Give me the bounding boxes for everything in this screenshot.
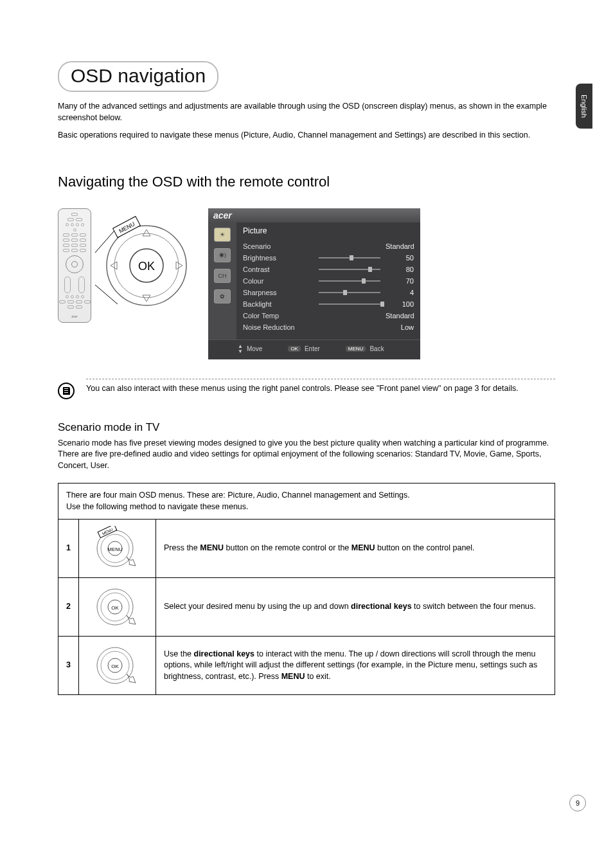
picture-icon: ☀ [214, 228, 231, 242]
page-title-chip: OSD navigation [58, 61, 218, 92]
table-row: 1 MENU MENU Press the MENU button on the… [58, 520, 555, 578]
remote-illustration: acer OK MENU [58, 208, 191, 323]
osd-row-label: Scenario [243, 242, 314, 250]
note-row: You can also interact with these menus u… [58, 379, 555, 399]
svg-rect-11 [64, 390, 68, 391]
note-text: You can also interact with these menus u… [86, 383, 555, 395]
svg-marker-8 [176, 262, 182, 269]
osd-row: Colour70 [243, 275, 414, 287]
osd-row: Contrast80 [243, 264, 414, 275]
svg-marker-7 [111, 262, 117, 269]
osd-slider [319, 257, 380, 258]
step-description: Select your desired menu by using the up… [155, 578, 555, 637]
osd-footer: ▲▼ Move OK Enter MENU Back [208, 339, 420, 359]
step-number: 2 [58, 578, 79, 637]
svg-marker-6 [143, 295, 150, 302]
osd-row: Brightness50 [243, 252, 414, 264]
footer-enter: Enter [305, 345, 320, 352]
page-title: OSD navigation [71, 65, 206, 86]
svg-rect-10 [64, 388, 68, 389]
remote-body: acer [58, 208, 91, 323]
page-number: 9 [569, 795, 586, 811]
remote-nav-ring [66, 255, 84, 273]
updown-icon: ▲▼ [238, 344, 243, 354]
osd-row-label: Contrast [243, 266, 314, 273]
osd-row-label: Backlight [243, 300, 314, 308]
step-description: Use the directional keys to interact wit… [155, 637, 555, 695]
scenario-heading: Scenario mode in TV [58, 421, 555, 434]
osd-row: Color TempStandard [243, 310, 414, 321]
osd-row-value: 80 [386, 266, 414, 273]
step-number: 1 [58, 520, 79, 578]
note-icon [58, 383, 75, 399]
osd-row: ScenarioStandard [243, 240, 414, 252]
ok-label: OK [138, 260, 155, 273]
osd-row-value: Standard [386, 312, 414, 320]
osd-row: Noise ReductionLow [243, 321, 414, 333]
osd-row-label: Brightness [243, 254, 314, 262]
osd-row: Sharpness4 [243, 287, 414, 298]
osd-row-value: 100 [386, 300, 414, 308]
ok-badge: OK [288, 346, 301, 352]
svg-rect-12 [64, 392, 68, 393]
osd-row-label: Colour [243, 277, 314, 285]
osd-row-value: Standard [386, 242, 414, 250]
step-illustration: MENU MENU [78, 520, 155, 578]
osd-brand: acer [208, 208, 420, 222]
svg-line-1 [95, 285, 118, 304]
table-row: 2 OK Select your desired menu by using t… [58, 578, 555, 637]
figure-row: acer OK MENU [58, 208, 555, 359]
svg-text:OK: OK [112, 605, 120, 611]
table-row: 3 OK Use the directional keys to interac… [58, 637, 555, 695]
channel-icon: CH [214, 269, 231, 283]
osd-slider [319, 269, 380, 270]
osd-settings-list: Picture ScenarioStandardBrightness50Cont… [236, 222, 420, 339]
remote-callout: OK MENU [95, 214, 191, 317]
svg-text:OK: OK [112, 664, 120, 669]
osd-row-value: Low [386, 323, 414, 331]
menu-badge: MENU [346, 346, 366, 352]
footer-back: Back [369, 345, 384, 352]
osd-row-label: Color Temp [243, 312, 314, 320]
table-intro: There are four main OSD menus. These are… [58, 484, 555, 520]
osd-slider [319, 292, 380, 293]
osd-row-label: Noise Reduction [243, 323, 314, 331]
volume-rocker [64, 276, 71, 293]
section-heading: Navigating the OSD with the remote contr… [58, 174, 555, 190]
step-number: 3 [58, 637, 79, 695]
intro-paragraph-1: Many of the advanced settings and adjust… [58, 101, 555, 123]
osd-slider [319, 280, 380, 282]
osd-icon-column: ☀ ◉⦆ CH ✿ [208, 222, 236, 339]
remote-brand: acer [71, 314, 78, 318]
settings-icon: ✿ [214, 289, 231, 303]
osd-row-value: 50 [386, 254, 414, 262]
language-label: English [580, 95, 588, 118]
osd-slider [319, 303, 380, 305]
intro-paragraph-2: Basic operations required to navigate th… [58, 130, 555, 141]
step-illustration: OK [78, 578, 155, 637]
step-description: Press the MENU button on the remote cont… [155, 520, 555, 578]
svg-text:MENU: MENU [108, 547, 123, 552]
channel-rocker [78, 276, 85, 293]
svg-marker-5 [143, 230, 150, 236]
step-illustration: OK [78, 637, 155, 695]
footer-move: Move [247, 345, 262, 352]
osd-menu-title: Picture [243, 226, 414, 235]
osd-row: Backlight100 [243, 298, 414, 310]
osd-row-value: 70 [386, 277, 414, 285]
scenario-text: Scenario mode has five preset viewing mo… [58, 438, 555, 472]
osd-row-label: Sharpness [243, 289, 314, 296]
steps-table: There are four main OSD menus. These are… [58, 483, 555, 695]
audio-icon: ◉⦆ [214, 248, 231, 262]
osd-row-value: 4 [386, 289, 414, 296]
osd-screenshot: acer ☀ ◉⦆ CH ✿ Picture ScenarioStandardB… [208, 208, 420, 359]
language-tab: English [576, 84, 592, 129]
